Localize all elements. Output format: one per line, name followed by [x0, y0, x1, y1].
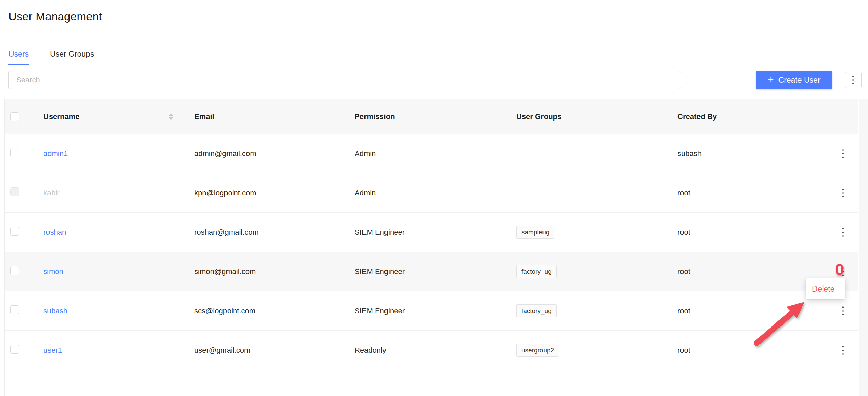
tab-bar: Users User Groups [8, 50, 94, 65]
checkbox-cell [5, 305, 38, 316]
username-link[interactable]: roshan [43, 228, 66, 236]
table-row-roshan: roshan roshan@gmail.com SIEM Engineer sa… [5, 213, 858, 252]
checkbox-cell [5, 345, 38, 356]
column-header-email: Email [182, 99, 344, 134]
created-by-cell: root [667, 228, 828, 237]
username-cell: admin1 [38, 149, 182, 158]
row-checkbox [10, 187, 19, 196]
row-checkbox[interactable] [10, 305, 19, 314]
permission-cell: Readonly [344, 346, 506, 355]
username-cell: kabir [38, 189, 182, 197]
column-header-actions [828, 99, 858, 134]
table-row-user1: user1 user@gmail.com Readonly usergroup2… [5, 331, 858, 370]
column-header-user-groups: User Groups [506, 99, 667, 134]
username-link: kabir [43, 189, 60, 197]
email-cell: roshan@gmail.com [182, 228, 344, 237]
email-cell: scs@logpoint.com [182, 306, 344, 315]
kebab-icon [850, 74, 856, 86]
created-by-cell: root [667, 189, 828, 197]
actions-cell [828, 265, 858, 278]
email-cell: admin@gmail.com [182, 149, 344, 158]
page-title: User Management [8, 10, 102, 23]
table-row-subash: subash scs@logpoint.com SIEM Engineer fa… [5, 291, 858, 331]
header-checkbox-cell [5, 99, 38, 134]
column-header-permission: Permission [344, 99, 506, 134]
created-by-cell: subash [667, 149, 828, 158]
username-link[interactable]: user1 [43, 346, 62, 354]
row-checkbox[interactable] [10, 227, 19, 236]
created-by-cell: root [667, 306, 828, 315]
username-cell: subash [38, 306, 182, 315]
row-checkbox[interactable] [10, 345, 19, 354]
table-right-gutter [859, 99, 868, 396]
row-actions-kebab-icon[interactable] [840, 226, 846, 239]
tabs-divider [0, 65, 868, 65]
row-actions-kebab-icon[interactable] [840, 265, 846, 278]
row-checkbox[interactable] [10, 266, 19, 275]
delete-menu-item[interactable]: Delete [812, 284, 834, 294]
row-actions-kebab-icon[interactable] [840, 304, 846, 317]
create-user-label: Create User [778, 76, 821, 85]
toolbar-kebab-button[interactable] [845, 72, 862, 88]
permission-cell: Admin [344, 189, 506, 197]
checkbox-cell [5, 227, 38, 238]
sort-icon[interactable] [169, 113, 173, 120]
actions-cell [828, 304, 858, 317]
username-cell: user1 [38, 346, 182, 355]
created-by-cell: root [667, 267, 828, 276]
row-actions-kebab-icon[interactable] [840, 344, 846, 357]
permission-cell: SIEM Engineer [344, 228, 506, 237]
user-groups-cell: usergroup2 [506, 344, 667, 357]
table-row-kabir: kabir kpn@logpoint.com Admin root [5, 173, 858, 213]
checkbox-cell [5, 148, 38, 159]
email-cell: user@gmail.com [182, 346, 344, 355]
username-link[interactable]: subash [43, 306, 67, 315]
row-actions-kebab-icon[interactable] [840, 186, 846, 199]
table-header-row: Username Email Permission User Groups Cr… [5, 99, 858, 134]
user-group-badge: sampleug [516, 226, 554, 239]
tab-users[interactable]: Users [8, 50, 29, 65]
search-input[interactable] [8, 71, 681, 89]
checkbox-cell [5, 266, 38, 277]
permission-cell: Admin [344, 149, 506, 158]
user-group-badge: factory_ug [516, 304, 557, 317]
email-cell: simon@gmail.com [182, 267, 344, 276]
user-groups-cell: sampleug [506, 226, 667, 239]
actions-cell [828, 147, 858, 160]
checkbox-cell [5, 187, 38, 198]
email-cell: kpn@logpoint.com [182, 189, 344, 197]
username-link[interactable]: simon [43, 267, 63, 276]
user-groups-cell: factory_ug [506, 304, 667, 317]
actions-cell [828, 226, 858, 239]
user-group-badge: factory_ug [516, 265, 557, 278]
column-header-username: Username [38, 99, 182, 134]
permission-cell: SIEM Engineer [344, 267, 506, 276]
table-row-admin1: admin1 admin@gmail.com Admin subash [5, 134, 858, 173]
plus-icon: + [768, 74, 774, 85]
column-header-created-by: Created By [667, 99, 828, 134]
table-row-simon: simon simon@gmail.com SIEM Engineer fact… [5, 252, 858, 291]
username-link[interactable]: admin1 [43, 149, 68, 158]
username-cell: roshan [38, 228, 182, 237]
select-all-checkbox[interactable] [10, 112, 19, 121]
tab-user-groups[interactable]: User Groups [50, 50, 94, 65]
actions-cell [828, 344, 858, 357]
permission-cell: SIEM Engineer [344, 306, 506, 315]
user-groups-cell: factory_ug [506, 265, 667, 278]
row-checkbox[interactable] [10, 148, 19, 157]
username-cell: simon [38, 267, 182, 276]
row-actions-kebab-icon[interactable] [840, 147, 846, 160]
column-header-username-label: Username [43, 112, 79, 121]
user-group-badge: usergroup2 [516, 344, 559, 357]
create-user-button[interactable]: + Create User [756, 71, 832, 89]
created-by-cell: root [667, 346, 828, 355]
row-context-menu: Delete [806, 278, 845, 299]
users-table: Username Email Permission User Groups Cr… [4, 99, 858, 396]
actions-cell [828, 186, 858, 199]
